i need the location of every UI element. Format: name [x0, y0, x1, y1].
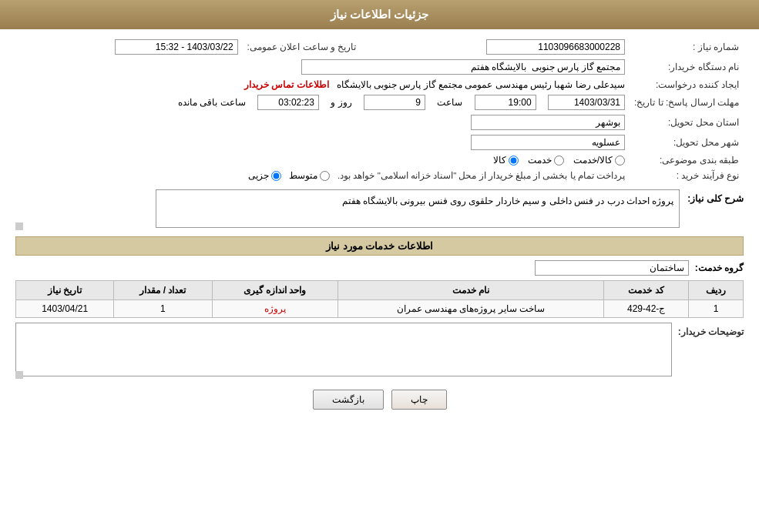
radio-motavaset-label: متوسط [289, 170, 317, 181]
buyer-desc-container [15, 323, 672, 379]
purchase-type-options: پرداخت تمام یا بخشی از مبلغ خریدار از مح… [15, 168, 630, 183]
page-title: جزئیات اطلاعات نیاز [331, 8, 428, 21]
radio-kala-input[interactable] [509, 156, 519, 166]
radio-kala-khedmat[interactable]: کالا/خدمت [573, 155, 625, 166]
radio-jazei-label: جزیی [248, 170, 269, 181]
page-container: جزئیات اطلاعات نیاز شماره نیاز : تاریخ و… [0, 0, 759, 532]
date-value [15, 37, 243, 57]
radio-jazei-input[interactable] [271, 171, 281, 181]
time-label: ساعت [437, 97, 462, 108]
purchase-type-label: نوع فرآیند خرید : [630, 168, 744, 183]
contact-link[interactable]: اطلاعات تماس خریدار [244, 79, 329, 90]
col-quantity: تعداد / مقدار [114, 281, 212, 300]
buyer-description-textarea[interactable] [15, 323, 672, 376]
cell-service-code: ج-42-429 [604, 300, 689, 318]
info-table: شماره نیاز : تاریخ و ساعت اعلان عمومی: ن… [15, 37, 744, 183]
days-input[interactable] [364, 95, 425, 110]
category-label: طبقه بندی موضوعی: [630, 152, 744, 168]
remaining-input[interactable] [257, 95, 319, 110]
services-table: ردیف کد خدمت نام خدمت واحد اندازه گیری ت… [15, 280, 744, 318]
unit-link[interactable]: پروژه [264, 303, 286, 314]
date-input[interactable] [115, 39, 238, 55]
services-section-header: اطلاعات خدمات مورد نیاز [15, 236, 744, 256]
need-number-value [376, 37, 630, 57]
group-label: گروه خدمت: [695, 263, 744, 273]
group-service-row: گروه خدمت: [15, 260, 744, 276]
buyer-description-row: توضیحات خریدار: [15, 323, 744, 379]
buyer-resize-handle [15, 371, 23, 379]
purchase-description: پرداخت تمام یا بخشی از مبلغ خریدار از مح… [338, 170, 625, 181]
col-row-num: ردیف [688, 281, 743, 300]
cell-unit: پروژه [212, 300, 338, 318]
deadline-row: ساعت باقی مانده روز و ساعت [15, 92, 630, 112]
need-number-label: شماره نیاز : [630, 37, 744, 57]
creator-value: سیدعلی رضا شهبا رئیس مهندسی عمومی مجتمع … [15, 77, 630, 92]
col-service-code: کد خدمت [604, 281, 689, 300]
need-description-textarea[interactable] [156, 189, 680, 228]
need-description-row: شرح کلی نیاز: پروژه احداث درب در فنس داخ… [15, 189, 744, 230]
cell-date: 1403/04/21 [16, 300, 114, 318]
group-value-input[interactable] [535, 260, 689, 276]
col-unit: واحد اندازه گیری [212, 281, 338, 300]
deadline-date-input[interactable] [548, 95, 625, 110]
need-description-container: پروژه احداث درب در فنس داخلی و سیم خاردا… [15, 189, 680, 230]
radio-jazei[interactable]: جزیی [248, 170, 281, 181]
radio-khedmat-input[interactable] [554, 156, 564, 166]
time-input[interactable] [475, 95, 536, 110]
col-service-name: نام خدمت [338, 281, 604, 300]
radio-kala-label: کالا [493, 155, 506, 166]
buyer-label: نام دستگاه خریدار: [630, 57, 744, 77]
city-label: شهر محل تحویل: [630, 132, 744, 152]
creator-label: ایجاد کننده درخواست: [630, 77, 744, 92]
need-number-input[interactable] [486, 39, 625, 55]
buyer-input[interactable] [301, 59, 625, 75]
radio-kala-khedmat-input[interactable] [615, 156, 625, 166]
table-row: 1 ج-42-429 ساخت سایر پروژه‌های مهندسی عم… [16, 300, 744, 318]
cell-quantity: 1 [114, 300, 212, 318]
province-value [15, 112, 630, 132]
days-label: روز و [331, 97, 351, 108]
main-content: شماره نیاز : تاریخ و ساعت اعلان عمومی: ن… [0, 29, 759, 425]
buyer-value [15, 57, 630, 77]
province-input[interactable] [471, 115, 625, 130]
buyer-desc-label: توضیحات خریدار: [678, 323, 744, 337]
deadline-label: مهلت ارسال پاسخ: تا تاریخ: [630, 92, 744, 112]
col-date: تاریخ نیاز [16, 281, 114, 300]
creator-text: سیدعلی رضا شهبا رئیس مهندسی عمومی مجتمع … [337, 79, 625, 90]
city-input[interactable] [471, 135, 625, 150]
radio-motavaset-input[interactable] [320, 171, 330, 181]
need-description-label: شرح کلی نیاز: [687, 189, 744, 204]
city-value [15, 132, 630, 152]
radio-khedmat-label: خدمت [528, 155, 552, 166]
date-label: تاریخ و ساعت اعلان عمومی: [243, 37, 361, 57]
cell-service-name: ساخت سایر پروژه‌های مهندسی عمران [338, 300, 604, 318]
back-button[interactable]: بازگشت [313, 390, 384, 410]
radio-motavaset[interactable]: متوسط [289, 170, 330, 181]
radio-kala[interactable]: کالا [493, 155, 519, 166]
remaining-label: ساعت باقی مانده [178, 97, 246, 108]
page-header: جزئیات اطلاعات نیاز [0, 0, 759, 29]
cell-row-num: 1 [688, 300, 743, 318]
province-label: استان محل تحویل: [630, 112, 744, 132]
radio-kala-khedmat-label: کالا/خدمت [573, 155, 613, 166]
print-button[interactable]: چاپ [391, 390, 447, 410]
resize-handle [15, 223, 23, 230]
radio-khedmat[interactable]: خدمت [528, 155, 564, 166]
buttons-row: چاپ بازگشت [15, 390, 744, 410]
category-options: کالا/خدمت خدمت کالا [15, 152, 630, 168]
